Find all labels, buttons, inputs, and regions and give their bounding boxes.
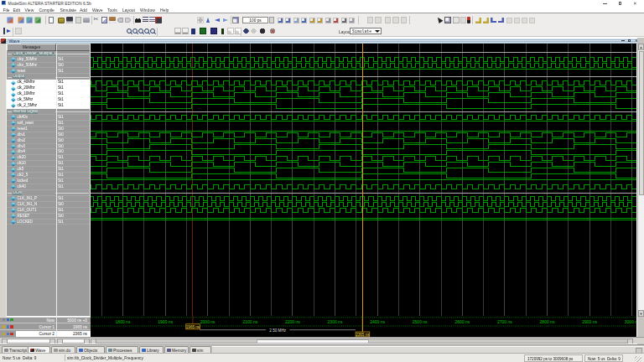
svg-text:2800 ns: 2800 ns bbox=[540, 319, 555, 324]
svg-text:2600 ns: 2600 ns bbox=[454, 319, 470, 324]
svg-text:3000 ns: 3000 ns bbox=[625, 319, 636, 324]
svg-text:2900 ns: 2900 ns bbox=[582, 319, 597, 324]
svg-text:1965 ns: 1965 ns bbox=[186, 325, 200, 329]
svg-text:1900 ns: 1900 ns bbox=[158, 319, 173, 324]
svg-text:2.50 MHz: 2.50 MHz bbox=[269, 328, 286, 333]
svg-text:1800 ns: 1800 ns bbox=[116, 319, 131, 324]
svg-text:2000 ns: 2000 ns bbox=[200, 319, 216, 324]
svg-text:2100 ns: 2100 ns bbox=[242, 319, 257, 324]
svg-text:2700 ns: 2700 ns bbox=[497, 319, 512, 324]
svg-text:2500 ns: 2500 ns bbox=[413, 319, 428, 324]
svg-text:2200 ns: 2200 ns bbox=[285, 319, 300, 324]
svg-text:2400 ns: 2400 ns bbox=[370, 319, 385, 324]
svg-text:2300 ns: 2300 ns bbox=[328, 319, 343, 324]
